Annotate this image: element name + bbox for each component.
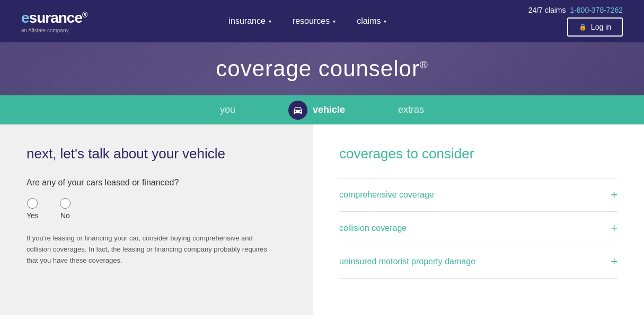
right-panel: coverages to consider comprehensive cove… <box>313 124 644 315</box>
info-text: If you're leasing or financing your car,… <box>27 233 270 266</box>
hero-trademark: ® <box>420 59 428 70</box>
tab-you-label: you <box>220 104 235 115</box>
coverage-item-uninsured[interactable]: uninsured motorist property damage + <box>339 245 617 279</box>
radio-no[interactable]: No <box>60 198 70 220</box>
radio-yes[interactable]: Yes <box>27 198 39 220</box>
logo: esurance® an Allstate company <box>21 10 87 33</box>
tab-extras[interactable]: extras <box>398 104 424 115</box>
tab-you[interactable]: you <box>220 104 235 115</box>
radio-yes-input[interactable] <box>27 198 38 209</box>
tab-vehicle[interactable]: vehicle <box>288 101 345 120</box>
nav-link-label: claims <box>357 16 381 26</box>
vehicle-icon-circle <box>288 101 307 120</box>
radio-group: Yes No <box>27 198 286 220</box>
nav-link-label: resources <box>293 16 330 26</box>
lock-icon: 🔒 <box>579 23 587 31</box>
coverages-title: coverages to consider <box>339 146 617 162</box>
tab-extras-label: extras <box>398 104 424 115</box>
tab-vehicle-label: vehicle <box>313 104 345 115</box>
nav-link-resources[interactable]: resources ▾ <box>293 16 336 26</box>
coverage-item-label: comprehensive coverage <box>339 190 434 200</box>
coverage-item-collision[interactable]: collision coverage + <box>339 212 617 245</box>
logo-sub: an Allstate company <box>21 28 87 33</box>
chevron-down-icon: ▾ <box>384 19 386 24</box>
hero-title-text: coverage counselor <box>216 56 420 81</box>
chevron-down-icon: ▾ <box>333 19 336 24</box>
question-label: Are any of your cars leased or financed? <box>27 178 286 187</box>
radio-no-input[interactable] <box>60 198 70 209</box>
nav-right: 24/7 claims 1-800-378-7262 🔒 Log in <box>528 6 623 37</box>
nav-link-label: insurance <box>229 16 266 26</box>
navbar: esurance® an Allstate company insurance … <box>0 0 644 42</box>
expand-icon: + <box>611 221 617 235</box>
hero-section: coverage counselor® <box>0 42 644 95</box>
left-panel: next, let's talk about your vehicle Are … <box>0 124 313 315</box>
tabs-bar: you vehicle extras <box>0 95 644 124</box>
login-label: Log in <box>591 23 611 31</box>
car-icon <box>293 105 303 115</box>
coverage-item-comprehensive[interactable]: comprehensive coverage + <box>339 178 617 212</box>
login-button[interactable]: 🔒 Log in <box>567 17 623 37</box>
radio-yes-label: Yes <box>27 211 39 220</box>
left-panel-heading: next, let's talk about your vehicle <box>27 146 286 162</box>
nav-link-claims[interactable]: claims ▾ <box>357 16 386 26</box>
radio-no-label: No <box>60 211 70 220</box>
nav-link-insurance[interactable]: insurance ▾ <box>229 16 271 26</box>
logo-text: esurance® <box>21 10 87 26</box>
chevron-down-icon: ▾ <box>269 19 271 24</box>
claims-label: 24/7 claims <box>528 6 566 14</box>
hero-title: coverage counselor® <box>216 56 428 82</box>
coverage-item-label: uninsured motorist property damage <box>339 257 475 266</box>
expand-icon: + <box>611 255 617 269</box>
nav-links: insurance ▾ resources ▾ claims ▾ <box>229 16 387 26</box>
claims-line: 24/7 claims 1-800-378-7262 <box>528 6 623 14</box>
phone-link[interactable]: 1-800-378-7262 <box>570 6 623 14</box>
main-content: next, let's talk about your vehicle Are … <box>0 124 644 315</box>
expand-icon: + <box>611 188 617 202</box>
coverage-item-label: collision coverage <box>339 223 407 233</box>
